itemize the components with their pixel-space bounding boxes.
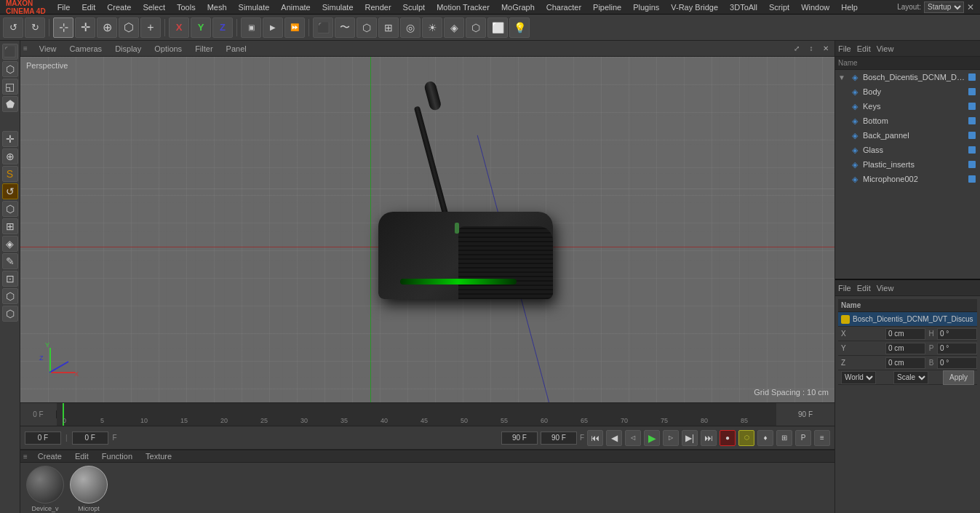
obj-row-mic002[interactable]: ◈ Microphone002 [835, 172, 980, 186]
lt-grp1[interactable]: ⬡ [2, 201, 18, 217]
attr-view-menu[interactable]: View [877, 284, 894, 293]
next-frame-button[interactable]: ▶| [682, 430, 698, 446]
menu-simulate2[interactable]: Simulate [316, 0, 359, 14]
render-all-button[interactable]: ⏩ [284, 17, 305, 38]
fps-field[interactable]: 0 F [72, 432, 108, 445]
viewport-close-icon[interactable]: ✕ [820, 43, 832, 55]
obj-view-menu[interactable]: View [877, 44, 894, 53]
menu-mesh[interactable]: Mesh [202, 0, 233, 14]
deform-btn[interactable]: ⊞ [378, 17, 399, 38]
material-btn[interactable]: ◈ [444, 17, 464, 38]
timeline-ruler[interactable]: 0 5 10 15 20 25 30 35 40 45 50 55 60 65 … [57, 403, 776, 426]
lt-snap-btn[interactable]: ✛ [2, 131, 18, 147]
y-axis-button[interactable]: Y [191, 17, 211, 38]
attr-file-menu[interactable]: File [838, 284, 851, 293]
menu-script[interactable]: Script [763, 0, 795, 14]
parameter-btn[interactable]: P [795, 430, 811, 446]
attr-scale-mode[interactable]: Scale [893, 371, 928, 384]
record-button[interactable]: ● [720, 430, 736, 446]
viewport-tab-display[interactable]: Display [111, 43, 146, 55]
material-ball-microphone[interactable] [70, 466, 108, 504]
attr-x-pos[interactable] [885, 328, 925, 340]
current-frame-field[interactable]: 0 F [25, 432, 61, 445]
auto-key-button[interactable]: ⬡ [738, 430, 754, 446]
material-device[interactable]: Device_v [26, 466, 64, 512]
obj-row-keys[interactable]: ◈ Keys [835, 99, 980, 114]
attr-h-rot[interactable] [937, 328, 977, 340]
lt-ca-btn[interactable]: ⬟ [2, 96, 18, 112]
mat-tab-create[interactable]: Create [32, 450, 68, 462]
obj-edit-menu[interactable]: Edit [857, 44, 871, 53]
apply-button[interactable]: Apply [943, 370, 974, 385]
layout-select[interactable]: Startup [924, 1, 964, 13]
attr-y-pos[interactable] [885, 343, 925, 354]
lt-model-btn[interactable]: ⬛ [2, 44, 18, 60]
attr-edit-menu[interactable]: Edit [857, 284, 871, 293]
lt-s-btn[interactable]: S [2, 166, 18, 182]
close-icon[interactable]: ✕ [967, 2, 974, 12]
undo-button[interactable]: ↺ [3, 17, 23, 38]
menu-help[interactable]: Help [835, 0, 864, 14]
viewport-tab-view[interactable]: View [35, 43, 61, 55]
light2-btn[interactable]: 💡 [509, 17, 530, 38]
menu-pipeline[interactable]: Pipeline [587, 0, 627, 14]
lt-grp2[interactable]: ⊞ [2, 218, 18, 234]
prev-key-button[interactable]: ◁ [625, 430, 641, 446]
viewport-tab-options[interactable]: Options [150, 43, 186, 55]
mat-tab-edit[interactable]: Edit [69, 450, 95, 462]
obj-row-bottom[interactable]: ◈ Bottom [835, 114, 980, 128]
lt-extrude-btn[interactable]: ◈ [2, 236, 18, 252]
lt-record-btn[interactable]: ↺ [2, 183, 18, 199]
redo-button[interactable]: ↻ [25, 17, 45, 38]
nurbs-btn[interactable]: ⬡ [356, 17, 377, 38]
menu-tools[interactable]: Tools [171, 0, 202, 14]
lt-knife-btn[interactable]: ✎ [2, 253, 18, 269]
attr-b-rot[interactable] [937, 357, 977, 369]
x-axis-button[interactable]: X [169, 17, 189, 38]
spline-btn[interactable]: 〜 [335, 17, 355, 38]
attr-coord-system[interactable]: World [841, 371, 876, 384]
go-to-start-button[interactable]: ⏮ [587, 430, 603, 446]
light-btn[interactable]: ☀ [422, 17, 442, 38]
next-key-button[interactable]: ▷ [663, 430, 679, 446]
mat-tab-texture[interactable]: Texture [140, 450, 178, 462]
obj-row-glass[interactable]: ◈ Glass [835, 143, 980, 157]
viewport-tab-panel[interactable]: Panel [222, 43, 251, 55]
cube-btn[interactable]: ⬛ [313, 17, 333, 38]
attr-p-rot[interactable] [937, 343, 977, 354]
menu-select[interactable]: Select [137, 0, 171, 14]
prev-frame-button[interactable]: ◀ [606, 430, 622, 446]
z-axis-button[interactable]: Z [212, 17, 233, 38]
key-btn[interactable]: ♦ [757, 430, 773, 446]
menu-create[interactable]: Create [101, 0, 137, 14]
floor-btn[interactable]: ⬜ [487, 17, 508, 38]
menu-mograph[interactable]: MoGraph [495, 0, 541, 14]
menu-simulate[interactable]: Simulate [233, 0, 276, 14]
viewport-tab-filter[interactable]: Filter [191, 43, 217, 55]
material-microphone[interactable]: Micropt [70, 466, 108, 512]
menu-vray-bridge[interactable]: V-Ray Bridge [665, 0, 724, 14]
obj-file-menu[interactable]: File [838, 44, 851, 53]
material-ball-device[interactable] [26, 466, 64, 504]
menu-edit[interactable]: Edit [76, 0, 101, 14]
menu-motion-tracker[interactable]: Motion Tracker [431, 0, 495, 14]
lt-texture-btn[interactable]: ⬡ [2, 61, 18, 77]
scene-btn[interactable]: ⬡ [466, 17, 486, 38]
select-tool-button[interactable]: ⊹ [53, 17, 73, 38]
viewport-3d[interactable]: X Y Z Perspective Grid Spacing : 10 cm [20, 57, 834, 402]
lt-magnet-btn[interactable]: ⬡ [2, 288, 18, 304]
mat-tab-function[interactable]: Function [96, 450, 138, 462]
layers-btn[interactable]: ≡ [814, 430, 830, 446]
viewport-maximize-icon[interactable]: ⤢ [791, 43, 802, 55]
obj-row-root[interactable]: ▼ ◈ Bosch_Dicentis_DCNM_DVT_Discus [835, 70, 980, 84]
menu-file[interactable]: File [52, 0, 76, 14]
scale-tool-button[interactable]: ⬡ [119, 17, 139, 38]
end-frame-field2[interactable]: 90 F [541, 432, 577, 445]
lt-iron-btn[interactable]: ⊡ [2, 271, 18, 287]
menu-animate[interactable]: Animate [275, 0, 316, 14]
motion-clip-btn[interactable]: ⊞ [776, 430, 792, 446]
end-frame-field[interactable]: 90 F [501, 432, 538, 445]
obj-row-back-pannel[interactable]: ◈ Back_pannel [835, 128, 980, 143]
object-create-button[interactable]: + [140, 17, 161, 38]
obj-row-body[interactable]: ◈ Body [835, 84, 980, 99]
